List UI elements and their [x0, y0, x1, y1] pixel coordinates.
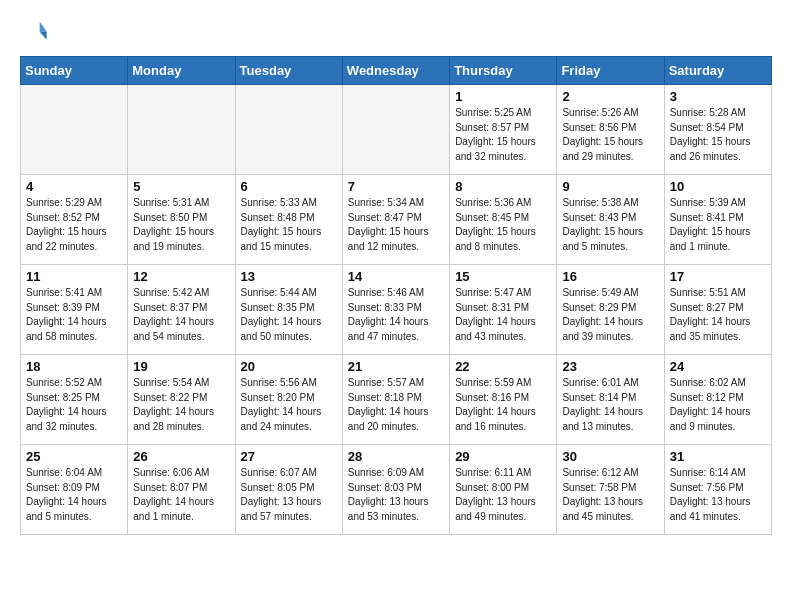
cell-date: 10 — [670, 179, 766, 194]
cell-info: Sunrise: 5:39 AM Sunset: 8:41 PM Dayligh… — [670, 196, 766, 254]
cell-info: Sunrise: 5:31 AM Sunset: 8:50 PM Dayligh… — [133, 196, 229, 254]
cell-date: 4 — [26, 179, 122, 194]
cell-info: Sunrise: 5:28 AM Sunset: 8:54 PM Dayligh… — [670, 106, 766, 164]
calendar-cell: 6Sunrise: 5:33 AM Sunset: 8:48 PM Daylig… — [235, 175, 342, 265]
calendar-cell: 16Sunrise: 5:49 AM Sunset: 8:29 PM Dayli… — [557, 265, 664, 355]
calendar-cell: 29Sunrise: 6:11 AM Sunset: 8:00 PM Dayli… — [450, 445, 557, 535]
cell-date: 16 — [562, 269, 658, 284]
cell-date: 30 — [562, 449, 658, 464]
cell-date: 2 — [562, 89, 658, 104]
calendar-cell — [235, 85, 342, 175]
cell-date: 31 — [670, 449, 766, 464]
header — [20, 16, 772, 44]
cell-date: 9 — [562, 179, 658, 194]
calendar-cell — [21, 85, 128, 175]
day-header-tuesday: Tuesday — [235, 57, 342, 85]
cell-date: 26 — [133, 449, 229, 464]
calendar-cell: 21Sunrise: 5:57 AM Sunset: 8:18 PM Dayli… — [342, 355, 449, 445]
cell-info: Sunrise: 6:14 AM Sunset: 7:56 PM Dayligh… — [670, 466, 766, 524]
calendar-cell: 11Sunrise: 5:41 AM Sunset: 8:39 PM Dayli… — [21, 265, 128, 355]
calendar-week-3: 18Sunrise: 5:52 AM Sunset: 8:25 PM Dayli… — [21, 355, 772, 445]
calendar-cell — [342, 85, 449, 175]
cell-date: 3 — [670, 89, 766, 104]
calendar-cell: 28Sunrise: 6:09 AM Sunset: 8:03 PM Dayli… — [342, 445, 449, 535]
calendar-cell: 18Sunrise: 5:52 AM Sunset: 8:25 PM Dayli… — [21, 355, 128, 445]
calendar: SundayMondayTuesdayWednesdayThursdayFrid… — [20, 56, 772, 535]
calendar-week-2: 11Sunrise: 5:41 AM Sunset: 8:39 PM Dayli… — [21, 265, 772, 355]
cell-date: 29 — [455, 449, 551, 464]
cell-date: 17 — [670, 269, 766, 284]
calendar-body: 1Sunrise: 5:25 AM Sunset: 8:57 PM Daylig… — [21, 85, 772, 535]
cell-info: Sunrise: 5:59 AM Sunset: 8:16 PM Dayligh… — [455, 376, 551, 434]
cell-date: 12 — [133, 269, 229, 284]
calendar-cell: 2Sunrise: 5:26 AM Sunset: 8:56 PM Daylig… — [557, 85, 664, 175]
calendar-cell: 15Sunrise: 5:47 AM Sunset: 8:31 PM Dayli… — [450, 265, 557, 355]
calendar-cell: 30Sunrise: 6:12 AM Sunset: 7:58 PM Dayli… — [557, 445, 664, 535]
cell-info: Sunrise: 6:11 AM Sunset: 8:00 PM Dayligh… — [455, 466, 551, 524]
calendar-cell: 8Sunrise: 5:36 AM Sunset: 8:45 PM Daylig… — [450, 175, 557, 265]
cell-info: Sunrise: 6:06 AM Sunset: 8:07 PM Dayligh… — [133, 466, 229, 524]
calendar-cell: 26Sunrise: 6:06 AM Sunset: 8:07 PM Dayli… — [128, 445, 235, 535]
calendar-cell: 7Sunrise: 5:34 AM Sunset: 8:47 PM Daylig… — [342, 175, 449, 265]
cell-info: Sunrise: 6:07 AM Sunset: 8:05 PM Dayligh… — [241, 466, 337, 524]
cell-info: Sunrise: 5:26 AM Sunset: 8:56 PM Dayligh… — [562, 106, 658, 164]
calendar-cell: 19Sunrise: 5:54 AM Sunset: 8:22 PM Dayli… — [128, 355, 235, 445]
cell-date: 11 — [26, 269, 122, 284]
page: SundayMondayTuesdayWednesdayThursdayFrid… — [0, 0, 792, 551]
cell-info: Sunrise: 6:02 AM Sunset: 8:12 PM Dayligh… — [670, 376, 766, 434]
cell-info: Sunrise: 5:36 AM Sunset: 8:45 PM Dayligh… — [455, 196, 551, 254]
cell-date: 22 — [455, 359, 551, 374]
cell-date: 25 — [26, 449, 122, 464]
cell-date: 1 — [455, 89, 551, 104]
calendar-cell: 14Sunrise: 5:46 AM Sunset: 8:33 PM Dayli… — [342, 265, 449, 355]
cell-info: Sunrise: 5:56 AM Sunset: 8:20 PM Dayligh… — [241, 376, 337, 434]
cell-info: Sunrise: 5:46 AM Sunset: 8:33 PM Dayligh… — [348, 286, 444, 344]
calendar-cell: 12Sunrise: 5:42 AM Sunset: 8:37 PM Dayli… — [128, 265, 235, 355]
calendar-cell: 22Sunrise: 5:59 AM Sunset: 8:16 PM Dayli… — [450, 355, 557, 445]
calendar-cell — [128, 85, 235, 175]
cell-info: Sunrise: 5:41 AM Sunset: 8:39 PM Dayligh… — [26, 286, 122, 344]
day-header-friday: Friday — [557, 57, 664, 85]
svg-marker-0 — [40, 22, 47, 32]
calendar-cell: 31Sunrise: 6:14 AM Sunset: 7:56 PM Dayli… — [664, 445, 771, 535]
svg-marker-1 — [40, 31, 47, 39]
calendar-week-4: 25Sunrise: 6:04 AM Sunset: 8:09 PM Dayli… — [21, 445, 772, 535]
calendar-cell: 24Sunrise: 6:02 AM Sunset: 8:12 PM Dayli… — [664, 355, 771, 445]
calendar-cell: 1Sunrise: 5:25 AM Sunset: 8:57 PM Daylig… — [450, 85, 557, 175]
cell-date: 6 — [241, 179, 337, 194]
calendar-cell: 5Sunrise: 5:31 AM Sunset: 8:50 PM Daylig… — [128, 175, 235, 265]
cell-date: 19 — [133, 359, 229, 374]
cell-date: 20 — [241, 359, 337, 374]
day-header-wednesday: Wednesday — [342, 57, 449, 85]
cell-date: 18 — [26, 359, 122, 374]
cell-date: 15 — [455, 269, 551, 284]
cell-info: Sunrise: 5:34 AM Sunset: 8:47 PM Dayligh… — [348, 196, 444, 254]
calendar-cell: 25Sunrise: 6:04 AM Sunset: 8:09 PM Dayli… — [21, 445, 128, 535]
cell-date: 7 — [348, 179, 444, 194]
cell-info: Sunrise: 5:49 AM Sunset: 8:29 PM Dayligh… — [562, 286, 658, 344]
cell-date: 14 — [348, 269, 444, 284]
cell-info: Sunrise: 6:09 AM Sunset: 8:03 PM Dayligh… — [348, 466, 444, 524]
calendar-cell: 4Sunrise: 5:29 AM Sunset: 8:52 PM Daylig… — [21, 175, 128, 265]
day-header-sunday: Sunday — [21, 57, 128, 85]
calendar-header-row: SundayMondayTuesdayWednesdayThursdayFrid… — [21, 57, 772, 85]
cell-info: Sunrise: 5:57 AM Sunset: 8:18 PM Dayligh… — [348, 376, 444, 434]
cell-info: Sunrise: 5:38 AM Sunset: 8:43 PM Dayligh… — [562, 196, 658, 254]
calendar-cell: 3Sunrise: 5:28 AM Sunset: 8:54 PM Daylig… — [664, 85, 771, 175]
cell-date: 21 — [348, 359, 444, 374]
calendar-cell: 20Sunrise: 5:56 AM Sunset: 8:20 PM Dayli… — [235, 355, 342, 445]
cell-info: Sunrise: 5:54 AM Sunset: 8:22 PM Dayligh… — [133, 376, 229, 434]
cell-info: Sunrise: 5:51 AM Sunset: 8:27 PM Dayligh… — [670, 286, 766, 344]
logo — [20, 16, 52, 44]
cell-date: 24 — [670, 359, 766, 374]
cell-info: Sunrise: 5:33 AM Sunset: 8:48 PM Dayligh… — [241, 196, 337, 254]
cell-info: Sunrise: 5:25 AM Sunset: 8:57 PM Dayligh… — [455, 106, 551, 164]
logo-icon — [20, 16, 48, 44]
calendar-cell: 17Sunrise: 5:51 AM Sunset: 8:27 PM Dayli… — [664, 265, 771, 355]
cell-date: 8 — [455, 179, 551, 194]
cell-date: 28 — [348, 449, 444, 464]
cell-date: 5 — [133, 179, 229, 194]
cell-info: Sunrise: 6:01 AM Sunset: 8:14 PM Dayligh… — [562, 376, 658, 434]
cell-info: Sunrise: 5:29 AM Sunset: 8:52 PM Dayligh… — [26, 196, 122, 254]
day-header-saturday: Saturday — [664, 57, 771, 85]
